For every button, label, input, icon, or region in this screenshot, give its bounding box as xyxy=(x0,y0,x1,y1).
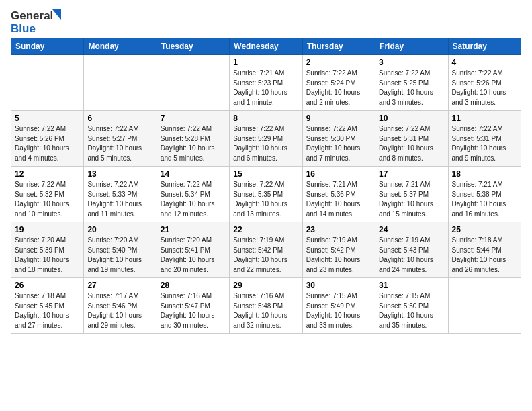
day-number-6: 6 xyxy=(87,113,152,123)
day-number-9: 9 xyxy=(306,113,371,123)
day-number-28: 28 xyxy=(161,281,226,290)
day-detail-29: Sunrise: 7:16 AM Sunset: 5:48 PM Dayligh… xyxy=(233,291,298,330)
weekday-header-monday: Monday xyxy=(84,38,157,55)
day-detail-31: Sunrise: 7:15 AM Sunset: 5:50 PM Dayligh… xyxy=(379,291,444,330)
week-row-5: 26Sunrise: 7:18 AM Sunset: 5:45 PM Dayli… xyxy=(11,278,521,334)
day-cell-26: 26Sunrise: 7:18 AM Sunset: 5:45 PM Dayli… xyxy=(11,278,84,334)
day-number-18: 18 xyxy=(452,169,517,179)
day-detail-17: Sunrise: 7:21 AM Sunset: 5:37 PM Dayligh… xyxy=(379,180,444,219)
day-number-12: 12 xyxy=(15,169,80,179)
day-number-8: 8 xyxy=(233,113,298,123)
day-detail-7: Sunrise: 7:22 AM Sunset: 5:28 PM Dayligh… xyxy=(161,124,226,163)
day-detail-12: Sunrise: 7:22 AM Sunset: 5:32 PM Dayligh… xyxy=(15,180,80,219)
day-cell-11: 11Sunrise: 7:22 AM Sunset: 5:31 PM Dayli… xyxy=(448,111,521,167)
week-row-4: 19Sunrise: 7:20 AM Sunset: 5:39 PM Dayli… xyxy=(11,222,521,278)
day-detail-26: Sunrise: 7:18 AM Sunset: 5:45 PM Dayligh… xyxy=(15,291,80,330)
day-number-26: 26 xyxy=(15,281,80,290)
day-number-16: 16 xyxy=(306,169,371,179)
empty-cell xyxy=(11,55,84,111)
day-number-30: 30 xyxy=(306,281,371,290)
day-cell-20: 20Sunrise: 7:20 AM Sunset: 5:40 PM Dayli… xyxy=(84,222,157,278)
day-number-25: 25 xyxy=(452,225,517,234)
day-cell-24: 24Sunrise: 7:19 AM Sunset: 5:43 PM Dayli… xyxy=(375,222,448,278)
weekday-header-tuesday: Tuesday xyxy=(157,38,229,55)
weekday-header-sunday: Sunday xyxy=(11,38,84,55)
svg-text:Blue: Blue xyxy=(11,22,36,34)
svg-text:General: General xyxy=(11,9,53,22)
day-detail-2: Sunrise: 7:22 AM Sunset: 5:24 PM Dayligh… xyxy=(306,68,371,107)
day-detail-3: Sunrise: 7:22 AM Sunset: 5:25 PM Dayligh… xyxy=(379,68,444,107)
day-number-13: 13 xyxy=(87,169,152,179)
day-detail-8: Sunrise: 7:22 AM Sunset: 5:29 PM Dayligh… xyxy=(233,124,298,163)
day-detail-10: Sunrise: 7:22 AM Sunset: 5:31 PM Dayligh… xyxy=(379,124,444,163)
day-number-19: 19 xyxy=(15,225,80,234)
day-number-15: 15 xyxy=(233,169,298,179)
day-cell-10: 10Sunrise: 7:22 AM Sunset: 5:31 PM Dayli… xyxy=(375,111,448,167)
day-detail-22: Sunrise: 7:19 AM Sunset: 5:42 PM Dayligh… xyxy=(233,236,298,275)
day-number-23: 23 xyxy=(306,225,371,234)
day-cell-19: 19Sunrise: 7:20 AM Sunset: 5:39 PM Dayli… xyxy=(11,222,84,278)
page: GeneralBlue SundayMondayTuesdayWednesday… xyxy=(0,0,532,411)
day-detail-5: Sunrise: 7:22 AM Sunset: 5:26 PM Dayligh… xyxy=(15,124,80,163)
day-cell-6: 6Sunrise: 7:22 AM Sunset: 5:27 PM Daylig… xyxy=(84,111,157,167)
day-number-21: 21 xyxy=(161,225,226,234)
day-cell-15: 15Sunrise: 7:22 AM Sunset: 5:35 PM Dayli… xyxy=(230,167,302,222)
day-detail-9: Sunrise: 7:22 AM Sunset: 5:30 PM Dayligh… xyxy=(306,124,371,163)
week-row-1: 1Sunrise: 7:21 AM Sunset: 5:23 PM Daylig… xyxy=(11,55,521,111)
empty-cell xyxy=(84,55,157,111)
day-cell-25: 25Sunrise: 7:18 AM Sunset: 5:44 PM Dayli… xyxy=(448,222,521,278)
day-cell-17: 17Sunrise: 7:21 AM Sunset: 5:37 PM Dayli… xyxy=(375,167,448,222)
day-number-24: 24 xyxy=(379,225,444,234)
day-detail-27: Sunrise: 7:17 AM Sunset: 5:46 PM Dayligh… xyxy=(87,291,152,330)
day-cell-22: 22Sunrise: 7:19 AM Sunset: 5:42 PM Dayli… xyxy=(230,222,302,278)
weekday-header-wednesday: Wednesday xyxy=(230,38,302,55)
day-detail-6: Sunrise: 7:22 AM Sunset: 5:27 PM Dayligh… xyxy=(87,124,152,163)
day-cell-23: 23Sunrise: 7:19 AM Sunset: 5:42 PM Dayli… xyxy=(302,222,375,278)
header: GeneralBlue xyxy=(11,8,521,34)
week-row-3: 12Sunrise: 7:22 AM Sunset: 5:32 PM Dayli… xyxy=(11,167,521,222)
day-cell-18: 18Sunrise: 7:21 AM Sunset: 5:38 PM Dayli… xyxy=(448,167,521,222)
day-detail-1: Sunrise: 7:21 AM Sunset: 5:23 PM Dayligh… xyxy=(233,68,298,107)
day-cell-3: 3Sunrise: 7:22 AM Sunset: 5:25 PM Daylig… xyxy=(375,55,448,111)
day-cell-12: 12Sunrise: 7:22 AM Sunset: 5:32 PM Dayli… xyxy=(11,167,84,222)
day-detail-13: Sunrise: 7:22 AM Sunset: 5:33 PM Dayligh… xyxy=(87,180,152,219)
day-cell-14: 14Sunrise: 7:22 AM Sunset: 5:34 PM Dayli… xyxy=(157,167,229,222)
svg-marker-2 xyxy=(52,9,61,20)
weekday-header-saturday: Saturday xyxy=(448,38,521,55)
day-detail-15: Sunrise: 7:22 AM Sunset: 5:35 PM Dayligh… xyxy=(233,180,298,219)
calendar-table: SundayMondayTuesdayWednesdayThursdayFrid… xyxy=(11,38,521,334)
day-cell-21: 21Sunrise: 7:20 AM Sunset: 5:41 PM Dayli… xyxy=(157,222,229,278)
day-detail-4: Sunrise: 7:22 AM Sunset: 5:26 PM Dayligh… xyxy=(452,68,517,107)
day-number-7: 7 xyxy=(161,113,226,123)
day-cell-29: 29Sunrise: 7:16 AM Sunset: 5:48 PM Dayli… xyxy=(230,278,302,334)
day-cell-2: 2Sunrise: 7:22 AM Sunset: 5:24 PM Daylig… xyxy=(302,55,375,111)
day-detail-18: Sunrise: 7:21 AM Sunset: 5:38 PM Dayligh… xyxy=(452,180,517,219)
day-number-20: 20 xyxy=(87,225,152,234)
day-number-27: 27 xyxy=(87,281,152,290)
day-cell-30: 30Sunrise: 7:15 AM Sunset: 5:49 PM Dayli… xyxy=(302,278,375,334)
day-cell-13: 13Sunrise: 7:22 AM Sunset: 5:33 PM Dayli… xyxy=(84,167,157,222)
logo-svg: GeneralBlue xyxy=(11,8,64,34)
day-number-3: 3 xyxy=(379,58,444,67)
day-number-11: 11 xyxy=(452,113,517,123)
day-cell-7: 7Sunrise: 7:22 AM Sunset: 5:28 PM Daylig… xyxy=(157,111,229,167)
day-cell-5: 5Sunrise: 7:22 AM Sunset: 5:26 PM Daylig… xyxy=(11,111,84,167)
day-number-2: 2 xyxy=(306,58,371,67)
day-cell-28: 28Sunrise: 7:16 AM Sunset: 5:47 PM Dayli… xyxy=(157,278,229,334)
weekday-header-friday: Friday xyxy=(375,38,448,55)
day-detail-24: Sunrise: 7:19 AM Sunset: 5:43 PM Dayligh… xyxy=(379,236,444,275)
day-detail-28: Sunrise: 7:16 AM Sunset: 5:47 PM Dayligh… xyxy=(161,291,226,330)
day-detail-11: Sunrise: 7:22 AM Sunset: 5:31 PM Dayligh… xyxy=(452,124,517,163)
day-cell-8: 8Sunrise: 7:22 AM Sunset: 5:29 PM Daylig… xyxy=(230,111,302,167)
day-detail-20: Sunrise: 7:20 AM Sunset: 5:40 PM Dayligh… xyxy=(87,236,152,275)
day-number-17: 17 xyxy=(379,169,444,179)
weekday-header-thursday: Thursday xyxy=(302,38,375,55)
empty-cell xyxy=(448,278,521,334)
day-number-22: 22 xyxy=(233,225,298,234)
week-row-2: 5Sunrise: 7:22 AM Sunset: 5:26 PM Daylig… xyxy=(11,111,521,167)
weekday-header-row: SundayMondayTuesdayWednesdayThursdayFrid… xyxy=(11,38,521,55)
day-detail-16: Sunrise: 7:21 AM Sunset: 5:36 PM Dayligh… xyxy=(306,180,371,219)
day-number-14: 14 xyxy=(161,169,226,179)
calendar-body: 1Sunrise: 7:21 AM Sunset: 5:23 PM Daylig… xyxy=(11,55,521,334)
day-number-5: 5 xyxy=(15,113,80,123)
